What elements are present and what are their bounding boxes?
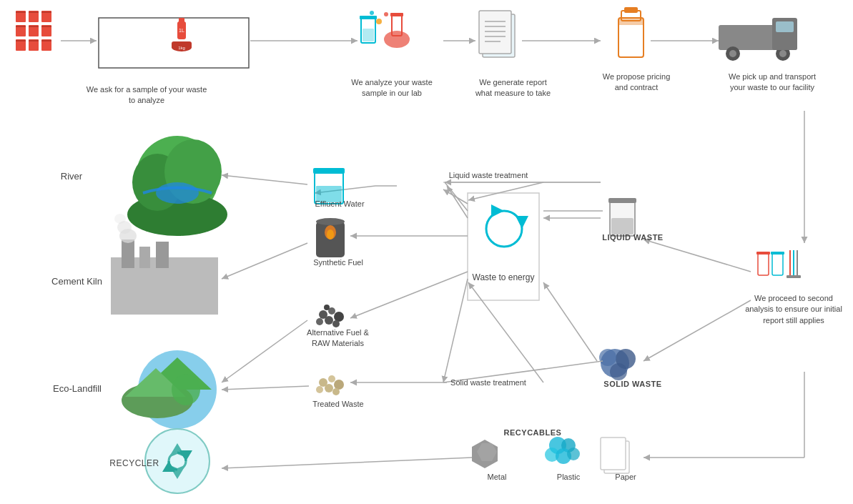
label-analyze-lab: We analyze your waste sample in our lab [349,77,435,99]
label-plastic: Plastic [547,472,590,483]
label-treated-waste: Treated Waste [306,399,370,410]
label-second-analysis: We proceed to second analysis to ensure … [744,293,844,326]
label-recycler: RECYCLER [106,458,163,470]
svg-rect-41 [479,11,511,54]
svg-rect-7 [16,26,26,27]
label-solid-treatment: Solid waste treatment [442,377,535,388]
svg-point-59 [779,50,787,57]
svg-rect-139 [139,247,150,268]
svg-line-94 [222,320,307,382]
paper-icon [601,438,629,473]
label-metal: Metal [475,472,518,483]
svg-rect-11 [41,26,51,27]
svg-point-143 [114,214,126,224]
svg-point-38 [370,11,374,15]
svg-point-90 [325,316,333,325]
svg-point-148 [172,374,200,405]
label-synthetic-fuel: Synthetic Fuel [306,257,370,268]
svg-rect-31 [363,29,374,41]
svg-point-93 [324,305,330,310]
plastic-icon [545,437,580,464]
svg-point-37 [384,12,388,16]
label-pricing: We propose pricing and contract [597,71,676,94]
diagram-container: 1L 1kg [0,0,853,504]
svg-point-99 [316,386,323,393]
bottle-icon: 1L [177,18,186,39]
svg-rect-32 [360,16,377,19]
liquid-waste-icon [608,198,636,236]
label-ask-sample: We ask for a sample of your waste to ana… [82,84,211,107]
svg-rect-9 [29,26,39,27]
svg-line-81 [222,175,307,184]
svg-point-91 [316,318,323,325]
svg-line-126 [445,182,468,211]
svg-rect-51 [618,18,644,25]
svg-line-86 [222,243,307,279]
label-generate-report: We generate report what measure to take [472,77,554,99]
label-waste-to-energy: Waste to energy [468,272,539,284]
svg-line-117 [222,458,472,468]
altfuel-icon [316,305,344,327]
svg-text:1kg: 1kg [178,46,185,50]
svg-rect-80 [313,168,345,174]
svg-line-106 [543,282,597,361]
svg-rect-68 [787,275,801,278]
svg-point-97 [334,380,344,390]
label-eco-landfill: Eco-Landfill [49,382,106,395]
treated-waste-icon [316,375,344,395]
svg-rect-61 [758,254,769,275]
svg-point-105 [610,363,627,380]
svg-point-96 [328,375,335,382]
river-circle [127,136,227,236]
svg-rect-62 [756,252,770,255]
svg-line-75 [443,189,468,204]
label-liquid-treatment: Liquid waste treatment [442,170,535,181]
svg-rect-71 [608,198,636,203]
svg-point-98 [325,384,333,392]
svg-rect-50 [624,7,638,13]
label-river: River [50,170,93,183]
svg-point-83 [316,218,345,225]
svg-rect-63 [772,254,783,275]
svg-point-100 [332,388,340,395]
label-recycables: RECYCABLES [490,428,576,438]
svg-rect-13 [16,40,26,41]
svg-line-101 [222,386,309,390]
svg-rect-35 [390,13,403,16]
synthetic-fuel-icon [316,218,345,257]
svg-point-104 [599,349,616,366]
label-effluent-water: Effluent Water [307,199,372,209]
eco-landfill-circle [122,350,217,429]
svg-text:1L: 1L [179,28,184,33]
label-cement-kiln: Cement Kiln [50,275,104,288]
label-solid-waste: SOLID WASTE [601,379,665,390]
svg-rect-57 [776,21,794,32]
svg-point-89 [334,312,344,322]
label-liquid-waste: LIQUID WASTE [601,232,665,243]
svg-point-114 [567,448,580,460]
label-paper: Paper [604,472,647,483]
bowl-icon: 1kg [172,41,192,51]
svg-rect-24 [179,18,184,24]
svg-rect-138 [122,239,134,268]
svg-point-36 [376,19,382,24]
svg-line-73 [644,239,751,272]
pricing-icon [618,7,644,57]
report-icon [479,11,515,57]
svg-point-33 [384,31,410,48]
svg-rect-15 [29,40,39,41]
svg-line-123 [350,272,468,318]
svg-rect-64 [771,252,784,255]
svg-line-124 [443,279,468,382]
label-alt-fuel: Alternative Fuel & RAW Materials [297,327,379,350]
waste-bins-icon [16,11,51,51]
svg-line-107 [644,300,751,361]
label-pickup: We pick up and transport your waste to o… [722,71,822,94]
svg-point-92 [332,320,340,327]
metal-icon [472,440,498,468]
svg-rect-140 [156,242,169,268]
solid-waste-icon [599,349,636,380]
svg-rect-17 [41,40,51,41]
svg-point-136 [156,182,199,204]
second-analysis-icon [756,250,801,278]
